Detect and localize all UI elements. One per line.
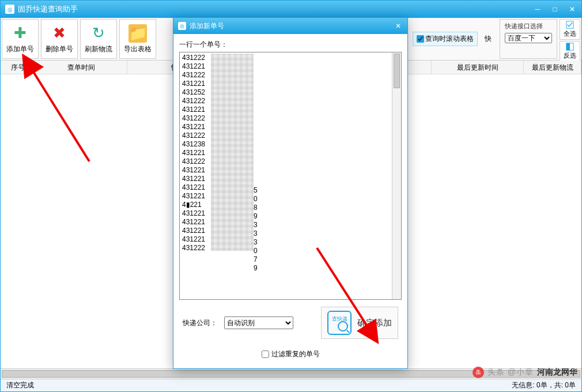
dialog-hint: 一行一个单号： xyxy=(179,40,402,50)
plus-icon: ✚ xyxy=(11,24,29,43)
export-button[interactable]: 📁 导出表格 xyxy=(119,19,156,59)
company-label: 快递公司： xyxy=(183,318,218,328)
confirm-add-label: 确定添加 xyxy=(357,318,392,329)
col-seq: 序号 xyxy=(1,61,35,74)
status-right: 无信息: 0单，共: 0单 xyxy=(512,380,576,390)
interface-group-title: 快递接口选择 xyxy=(505,22,552,31)
col-last-info: 最后更新物流 xyxy=(524,61,581,74)
dialog-close-button[interactable]: ✕ xyxy=(394,21,403,31)
watermark-suffix: 河南龙网华 xyxy=(537,367,577,378)
add-number-label: 添加单号 xyxy=(6,44,34,54)
company-select[interactable]: 自动识别 xyxy=(224,316,293,329)
refresh-label: 刷新物流 xyxy=(85,44,112,54)
delete-number-label: 删除单号 xyxy=(46,44,73,54)
watermark: 条 头条 @小章 河南龙网华 xyxy=(473,367,577,378)
refresh-button[interactable]: ↻ 刷新物流 xyxy=(80,19,117,59)
invert-selection-label: 反选 xyxy=(564,51,576,60)
col-last-time: 最后更新时间 xyxy=(432,61,524,74)
main-titlebar: ◎ 固乔快递查询助手 ─ □ ✕ xyxy=(1,1,581,18)
select-all-label: 全选 xyxy=(564,29,576,38)
app-title: 固乔快递查询助手 xyxy=(18,4,533,14)
speed-label: 快 xyxy=(482,34,494,44)
dialog-app-icon: ◎ xyxy=(178,22,186,30)
export-label: 导出表格 xyxy=(124,44,152,54)
select-all-button[interactable]: 全选 xyxy=(560,19,580,40)
status-bar: 清空完成 无信息: 0单，共: 0单 xyxy=(1,379,581,391)
delete-number-button[interactable]: ✖ 删除单号 xyxy=(41,19,78,59)
app-icon: ◎ xyxy=(5,5,14,14)
select-all-icon xyxy=(566,21,574,29)
status-left: 清空完成 xyxy=(6,380,34,390)
folder-export-icon: 📁 xyxy=(129,24,147,43)
numbers-textarea-wrapper: 5089333079 xyxy=(179,52,402,300)
filter-dup-checkbox[interactable] xyxy=(262,350,269,358)
add-number-dialog: ◎ 添加新单号 ✕ 一行一个单号： 5089333079 快递公司： 自动识别 … xyxy=(173,17,408,369)
scroll-on-query-input[interactable] xyxy=(417,35,424,43)
add-number-button[interactable]: ✚ 添加单号 xyxy=(2,19,39,59)
maximize-button[interactable]: □ xyxy=(550,5,560,14)
scroll-on-query-label: 查询时滚动表格 xyxy=(425,34,474,44)
invert-selection-button[interactable]: 反选 xyxy=(560,41,580,62)
watermark-prefix: 头条 @小章 xyxy=(487,367,534,378)
cross-icon: ✖ xyxy=(50,24,69,43)
watermark-icon: 条 xyxy=(473,367,484,378)
textarea-scroll-thumb[interactable] xyxy=(394,54,400,88)
filter-dup-label: 过滤重复的单号 xyxy=(271,349,320,359)
dialog-titlebar: ◎ 添加新单号 ✕ xyxy=(173,18,407,34)
numbers-textarea[interactable] xyxy=(180,52,392,299)
lookup-icon: 查快递 xyxy=(327,311,352,335)
close-button[interactable]: ✕ xyxy=(568,5,577,14)
col-query-time: 查单时间 xyxy=(35,61,127,74)
dialog-title: 添加新单号 xyxy=(190,21,394,31)
minimize-button[interactable]: ─ xyxy=(533,5,542,14)
textarea-scrollbar[interactable] xyxy=(392,52,401,299)
svg-rect-2 xyxy=(566,43,570,50)
interface-group: 快递接口选择 百度一下 xyxy=(500,19,557,59)
confirm-add-button[interactable]: 查快递 确定添加 xyxy=(321,307,398,339)
lookup-caption: 查快递 xyxy=(332,315,347,323)
scroll-on-query-checkbox[interactable]: 查询时滚动表格 xyxy=(413,32,478,46)
invert-selection-icon xyxy=(566,43,574,51)
refresh-icon: ↻ xyxy=(89,24,108,43)
interface-select[interactable]: 百度一下 xyxy=(505,33,552,43)
